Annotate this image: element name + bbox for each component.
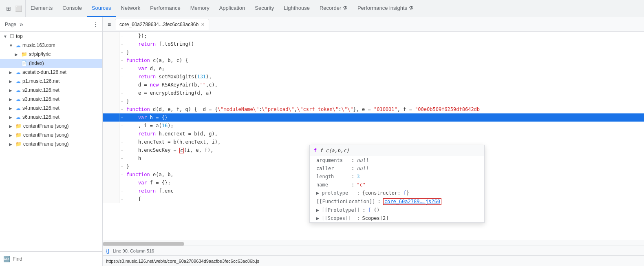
- arrow-icon: ▶: [9, 88, 14, 93]
- tree-item-top[interactable]: ▼ ☐ top: [0, 32, 102, 41]
- prop-value: 3: [357, 174, 359, 180]
- scrollbar-thumb[interactable]: [103, 242, 184, 246]
- line-number: [103, 195, 119, 203]
- prop-sep: :: [351, 157, 354, 163]
- tree-item-index[interactable]: ▶ 📄 (index): [0, 59, 102, 68]
- code-line: return f.toString(): [125, 40, 644, 48]
- cloud-icon: ☁: [15, 42, 21, 49]
- tab-memory[interactable]: Memory: [185, 0, 214, 17]
- tree-item-s3[interactable]: ▶ ☁ s3.music.126.net: [0, 95, 102, 104]
- sidebar-toggle-button[interactable]: ≡: [104, 20, 114, 29]
- code-line: });: [125, 32, 644, 40]
- code-row: - }: [103, 97, 644, 105]
- arrow-icon: ▶: [9, 124, 14, 129]
- tree-label: top: [16, 33, 102, 39]
- tab-performance[interactable]: Performance: [145, 0, 185, 17]
- prop-value: f (): [368, 207, 379, 213]
- prop-name: name: [316, 182, 349, 188]
- prop-value: {constructor: f}: [362, 190, 409, 196]
- dash: -: [119, 40, 125, 48]
- code-row: - return setMaxDigits(131),: [103, 73, 644, 81]
- prop-value-link[interactable]: core_60a2789….js?60: [383, 198, 441, 205]
- expand-icon[interactable]: ▶: [316, 215, 319, 221]
- prop-name: caller: [316, 166, 349, 171]
- tooltip-row-proto2[interactable]: ▶ [[Prototype]] : f (): [310, 206, 484, 214]
- tab-sources[interactable]: Sources: [87, 0, 116, 17]
- find-input[interactable]: [13, 256, 99, 262]
- dash: -: [119, 154, 125, 162]
- code-row: - function d(d, e, f, g) { d = {\"module…: [103, 105, 644, 113]
- tree-item-acstatic[interactable]: ▶ ☁ acstatic-dun.126.net: [0, 68, 102, 77]
- tab-lighthouse[interactable]: Lighthouse: [279, 0, 315, 17]
- line-number: [103, 171, 119, 179]
- tab-application[interactable]: Application: [214, 0, 250, 17]
- horizontal-scrollbar[interactable]: [103, 240, 644, 246]
- prop-sep: :: [351, 182, 354, 188]
- tree-item-contentframe2[interactable]: ▶ 📁 contentFrame (song): [0, 131, 102, 140]
- dash: -: [119, 187, 125, 195]
- sidebar-header: Page » ⋮: [0, 17, 102, 32]
- arrow-icon: ▶: [9, 79, 14, 84]
- dash: -: [119, 162, 125, 171]
- code-row: - e = encryptedString(d, a): [103, 89, 644, 97]
- file-tab-core[interactable]: core_60a2789634...3fec6cc63ac86b ✕: [115, 19, 209, 30]
- tooltip-popup: f f c(a,b,c) arguments : null caller : n…: [309, 145, 485, 223]
- tree-label: (index): [29, 60, 102, 66]
- sidebar-more-tabs[interactable]: »: [20, 21, 23, 28]
- tab-elements[interactable]: Elements: [26, 0, 57, 17]
- tooltip-row-name: name : "c": [310, 181, 484, 189]
- tree-item-contentframe3[interactable]: ▶ 📁 contentFrame (song): [0, 140, 102, 149]
- tree-label: s3.music.126.net: [22, 96, 102, 102]
- tree-label: p1.music.126.net: [22, 78, 102, 84]
- scrollbar-track: [103, 241, 644, 245]
- tooltip-row-scopes[interactable]: ▶ [[Scopes]] : Scopes[2]: [310, 214, 484, 222]
- tab-security[interactable]: Security: [250, 0, 279, 17]
- code-line: function d(d, e, f, g) { d = {\"moduleNa…: [125, 105, 644, 113]
- file-tab-close-icon[interactable]: ✕: [201, 22, 205, 27]
- line-number: [103, 162, 119, 171]
- tree-item-stpip[interactable]: ▶ 📁 st/pip/lyric: [0, 50, 102, 59]
- arrow-icon: ▶: [9, 142, 14, 146]
- prop-sep: :: [351, 166, 354, 171]
- line-number: [103, 179, 119, 187]
- sidebar-menu-button[interactable]: ⋮: [92, 21, 99, 28]
- cursor-c: c: [179, 148, 184, 153]
- tree-item-s4[interactable]: ▶ ☁ s4.music.126.net: [0, 104, 102, 113]
- sidebar-tab-page[interactable]: Page: [3, 21, 18, 28]
- tree-item-p1[interactable]: ▶ ☁ p1.music.126.net: [0, 77, 102, 86]
- tab-network[interactable]: Network: [116, 0, 146, 17]
- prop-value: null: [357, 166, 368, 171]
- dash: -: [119, 138, 125, 146]
- tree-item-music163[interactable]: ▼ ☁ music.163.com: [0, 41, 102, 50]
- line-number: [103, 73, 119, 81]
- arrow-icon: ▼: [9, 43, 14, 48]
- prop-name: [[Prototype]]: [322, 207, 360, 213]
- prop-value: Scopes[2]: [362, 215, 388, 221]
- tree-item-contentframe1[interactable]: ▶ 📁 contentFrame (song): [0, 122, 102, 131]
- tooltip-row-length: length : 3: [310, 173, 484, 181]
- tab-performance-insights[interactable]: Performance insights ⚗: [353, 0, 419, 17]
- expand-icon[interactable]: ▶: [316, 190, 319, 196]
- tab-recorder[interactable]: Recorder ⚗: [315, 0, 353, 17]
- responsive-icon[interactable]: ⬜: [15, 5, 22, 12]
- dash: -: [119, 122, 125, 130]
- prop-name: [[Scopes]]: [322, 215, 354, 221]
- tree-label: music.163.com: [22, 42, 102, 48]
- sidebar-find-bar: 🔤: [0, 251, 102, 266]
- line-number: [103, 138, 119, 146]
- tree-item-s2[interactable]: ▶ ☁ s2.music.126.net: [0, 86, 102, 95]
- content-area: ≡ core_60a2789634...3fec6cc63ac86b ✕ - }…: [103, 17, 644, 266]
- pretty-print-icon[interactable]: {}: [106, 248, 110, 254]
- prop-name: arguments: [316, 157, 349, 163]
- tree-item-s6[interactable]: ▶ ☁ s6.music.126.net: [0, 113, 102, 122]
- tooltip-row-prototype[interactable]: ▶ prototype : {constructor: f}: [310, 189, 484, 197]
- arrow-icon: ▶: [15, 52, 20, 57]
- devtools-icon[interactable]: ⊞: [5, 5, 12, 12]
- arrow-icon: ▶: [9, 106, 14, 111]
- line-number: [103, 146, 119, 154]
- tab-console[interactable]: Console: [57, 0, 87, 17]
- expand-icon[interactable]: ▶: [316, 207, 319, 213]
- dash: -: [119, 56, 125, 64]
- tooltip-header: f f c(a,b,c): [310, 145, 484, 156]
- dash: -: [119, 113, 125, 122]
